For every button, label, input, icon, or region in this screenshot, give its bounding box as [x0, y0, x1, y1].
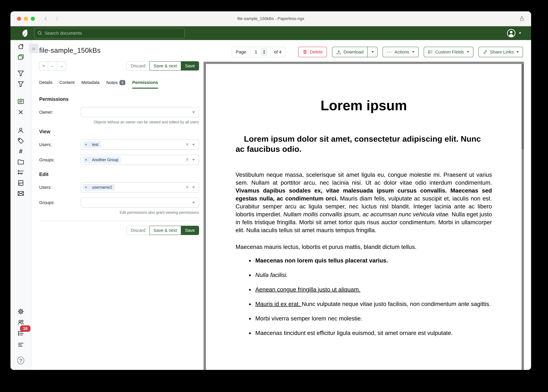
document-heading: Lorem ipsum: [236, 98, 492, 113]
actions-button[interactable]: ⋯ Actions: [382, 47, 418, 57]
sidebar-item-tasks[interactable]: 16: [17, 330, 24, 337]
download-button[interactable]: Download: [332, 47, 368, 57]
chip-remove-icon[interactable]: ×: [83, 141, 89, 148]
person-icon: [17, 127, 24, 134]
pdf-viewer-frame: Lorem ipsum Lorem ipsum dolor sit amet, …: [203, 62, 524, 370]
sidebar-item-dashboard[interactable]: [17, 43, 24, 50]
search-input[interactable]: [34, 28, 185, 38]
view-groups-select[interactable]: ×Another Group ×: [81, 155, 199, 165]
edit-groups-select[interactable]: [81, 197, 199, 208]
sidebar-item-mail[interactable]: [17, 190, 24, 197]
tab-permissions[interactable]: Permissions: [132, 80, 158, 89]
documents-icon: [17, 54, 24, 61]
tag-icon: [17, 137, 24, 144]
document-subheading: Lorem ipsum dolor sit amet, consectetur …: [236, 134, 492, 154]
edit-heading: Edit: [39, 171, 199, 177]
save-next-button[interactable]: Save & next: [149, 226, 181, 235]
selected-chip: ×Another Group: [83, 156, 121, 163]
page-navigation: Page of 4: [232, 47, 285, 57]
share-links-button[interactable]: Share Links: [478, 47, 523, 57]
list-item: Nulla facilisi.: [253, 271, 492, 279]
sidebar-item-help[interactable]: ?: [17, 357, 24, 364]
page-number-input[interactable]: [253, 49, 259, 55]
custom-fields-button[interactable]: Custom Fields: [424, 47, 473, 57]
delete-button[interactable]: Delete: [298, 47, 327, 57]
sidebar-item-users-groups[interactable]: [17, 319, 24, 326]
page-stepper[interactable]: [261, 48, 267, 56]
sidebar: » # 16 ?: [10, 40, 31, 370]
tab-notes[interactable]: Notes5: [106, 80, 125, 88]
page-label: Page: [232, 47, 250, 57]
sidebar-item-tags[interactable]: [17, 137, 24, 144]
previous-document-button[interactable]: ←: [48, 61, 57, 70]
chevron-down-icon: [372, 51, 374, 53]
sidebar-item-correspondents[interactable]: [17, 127, 24, 134]
sidebar-item-settings[interactable]: [17, 308, 24, 315]
save-button[interactable]: Save: [181, 61, 199, 70]
page-title: file-sample_150kBs: [39, 46, 199, 54]
file-stack-icon: [17, 180, 24, 186]
document-paragraph: Vestibulum neque massa, scelerisque sit …: [236, 171, 492, 234]
list-item: Maecenas non lorem quis tellus placerat …: [253, 257, 492, 264]
people-icon: [17, 319, 24, 326]
trash-icon: [303, 49, 308, 55]
sidebar-expand-button[interactable]: »: [29, 44, 39, 53]
document-detail-pane: file-sample_150kBs × ← → Discard Save & …: [31, 40, 203, 370]
download-options-button[interactable]: [368, 47, 377, 57]
sidebar-item-document-types[interactable]: #: [17, 148, 24, 155]
sidebar-item-saved-view-1[interactable]: [17, 70, 24, 77]
sidebar-item-logs[interactable]: [17, 341, 24, 348]
search-field[interactable]: [44, 31, 181, 36]
app-window: file-sample_150kBs - Paperless-ngx »: [10, 11, 531, 370]
close-document-button[interactable]: ×: [39, 61, 48, 70]
view-users-select[interactable]: ×test ×: [81, 140, 199, 150]
paperless-logo-icon: [20, 29, 29, 37]
discard-button[interactable]: Discard: [127, 61, 149, 70]
document-bullet-list: Maecenas non lorem quis tellus placerat …: [236, 257, 492, 337]
avatar-icon: [507, 28, 516, 38]
sidebar-item-saved-view-2[interactable]: [17, 81, 24, 88]
sidebar-item-custom-fields[interactable]: [17, 169, 24, 176]
preview-toolbar: Page of 4 Delete Download: [232, 47, 523, 57]
tab-details[interactable]: Details: [39, 80, 52, 88]
notes-count-badge: 5: [120, 80, 125, 85]
sidebar-item-storage-paths[interactable]: [17, 158, 24, 165]
preview-scrollbar[interactable]: [521, 64, 524, 149]
sidebar-item-documents[interactable]: [17, 54, 24, 61]
clear-icon[interactable]: ×: [186, 157, 189, 162]
chip-remove-icon[interactable]: ×: [83, 184, 89, 191]
edit-users-select[interactable]: ×username2 ×: [81, 182, 199, 192]
logs-icon: [17, 341, 24, 348]
share-icon[interactable]: [519, 16, 525, 21]
edit-users-label: Users:: [39, 185, 81, 190]
list-item: Morbi viverra semper lorem nec molestie.: [253, 315, 492, 322]
folder-icon: [17, 158, 24, 165]
save-next-button[interactable]: Save & next: [149, 61, 181, 70]
tab-metadata[interactable]: Metadata: [81, 80, 100, 88]
sidebar-item-open-document[interactable]: [17, 98, 24, 105]
ellipsis-icon: ⋯: [387, 49, 392, 55]
user-menu[interactable]: [507, 28, 521, 38]
tab-content[interactable]: Content: [59, 80, 75, 88]
download-split-button: Download: [332, 47, 377, 57]
list-item: Mauris id ex erat. Nunc vulputate neque …: [253, 300, 492, 308]
open-document-icon: [17, 98, 24, 105]
next-document-button[interactable]: →: [57, 61, 66, 70]
custom-fields-icon: [17, 169, 24, 176]
owner-select[interactable]: [81, 107, 199, 117]
document-preview-pane: Page of 4 Delete Download: [203, 40, 531, 370]
clear-icon[interactable]: ×: [186, 184, 189, 190]
discard-button[interactable]: Discard: [127, 226, 149, 235]
sidebar-close-all-button[interactable]: [17, 109, 24, 116]
save-button[interactable]: Save: [181, 226, 199, 235]
sidebar-item-workflows[interactable]: [17, 180, 24, 186]
owner-label: Owner:: [39, 110, 81, 115]
save-button-group: Discard Save & next Save: [127, 61, 199, 70]
view-groups-label: Groups:: [39, 157, 81, 162]
list-item: Aenean congue fringilla justo ut aliquam…: [253, 286, 492, 294]
question-icon: ?: [17, 357, 24, 364]
gear-icon: [17, 308, 24, 315]
clear-icon[interactable]: ×: [186, 141, 189, 147]
app-navbar: [10, 26, 531, 40]
chip-remove-icon[interactable]: ×: [83, 157, 89, 163]
